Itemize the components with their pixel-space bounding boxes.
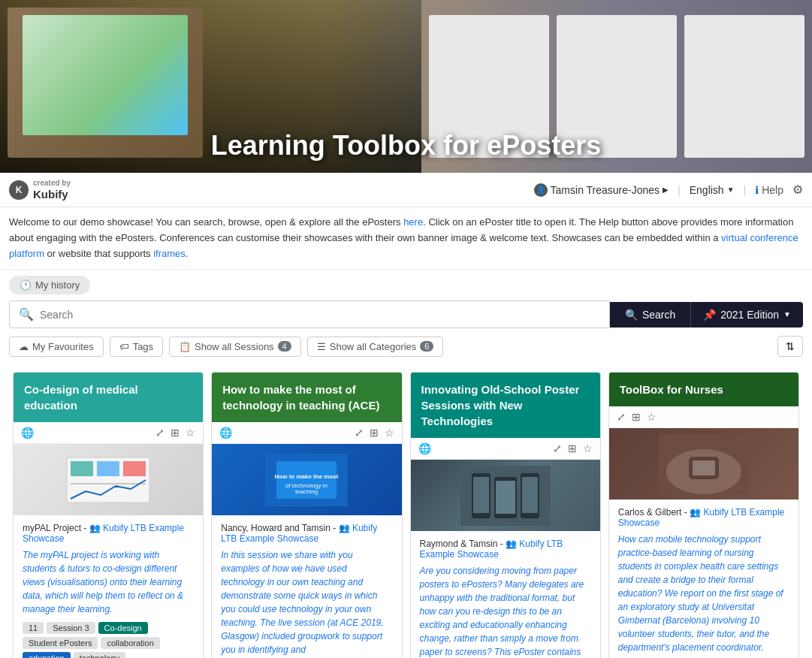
card-4-thumbnail	[609, 428, 798, 500]
logo-text: created by Kubify	[33, 179, 71, 201]
card-4-toolbar: ⤢ ⊞ ☆	[609, 406, 798, 428]
language-label: English	[690, 184, 724, 196]
user-arrow: ▶	[663, 186, 669, 194]
tag-session3[interactable]: Session 3	[47, 622, 95, 634]
search-btn-label: Search	[642, 309, 675, 321]
card-1-thumb-image	[14, 444, 203, 515]
author-name: myPAL Project -	[23, 523, 86, 533]
svg-text:How to make the most: How to make the most	[275, 473, 339, 480]
search-btn-icon: 🔍	[625, 309, 638, 321]
card-4-actions: ⤢ ⊞ ☆	[617, 411, 657, 423]
search-input[interactable]	[40, 309, 600, 321]
card-4-thumb-image	[609, 428, 798, 500]
globe-icon[interactable]: 🌐	[21, 427, 34, 439]
tag-student-eposters[interactable]: Student ePosters	[23, 637, 98, 649]
search-input-wrap: 🔍	[9, 300, 610, 328]
favourites-button[interactable]: ☁ My Favourites	[9, 337, 104, 357]
language-selector[interactable]: English ▼	[690, 184, 735, 196]
categories-label: Show all Categories	[330, 341, 417, 352]
tags-button[interactable]: 🏷 Tags	[110, 337, 163, 357]
help-label: Help	[762, 184, 783, 196]
card-2-header[interactable]: How to make the most of technology in te…	[212, 373, 401, 422]
welcome-text: Welcome to our demo showcase! You can se…	[0, 207, 812, 270]
card-2-actions: ⤢ ⊞ ☆	[355, 427, 394, 439]
tag-collaboration[interactable]: collaboration	[101, 637, 159, 649]
banner: Learning Toolbox for ePosters	[0, 0, 812, 173]
tag-icon: 🏷	[119, 341, 129, 352]
card-2-thumbnail: How to make the most of technology in te…	[212, 444, 401, 515]
svg-rect-20	[693, 460, 715, 475]
pin-icon: 📌	[703, 309, 716, 321]
search-button[interactable]: 🔍 Search	[610, 302, 690, 327]
favourites-label: My Favourites	[32, 341, 94, 352]
logo: K created by Kubify	[9, 179, 71, 201]
star-icon-4[interactable]: ☆	[647, 411, 657, 423]
tag-technology[interactable]: technology	[74, 652, 125, 658]
expand-icon[interactable]: ⤢	[155, 427, 165, 439]
sessions-button[interactable]: 📋 Show all Sessions 4	[169, 337, 301, 357]
expand-icon-4[interactable]: ⤢	[617, 411, 626, 423]
svg-rect-2	[97, 461, 119, 476]
card-4-header[interactable]: ToolBox for Nurses	[609, 373, 798, 406]
expand-icon-2[interactable]: ⤢	[355, 427, 364, 439]
edition-arrow: ▼	[783, 310, 791, 318]
tag-education[interactable]: education	[23, 652, 71, 658]
card-4-description: How can mobile technology support practi…	[618, 533, 789, 654]
divider-1: |	[678, 184, 681, 196]
edition-button[interactable]: 📌 2021 Edition ▼	[690, 302, 803, 327]
card-3-author: Raymond & Tamsin - 👥 Kubify LTB Example …	[420, 539, 591, 560]
grid-icon[interactable]: ⊞	[171, 427, 180, 439]
history-label: My history	[35, 279, 80, 291]
card-3-description: Are you considering moving from paper po…	[420, 564, 591, 658]
card-2-description: In this session we share with you exampl…	[221, 548, 392, 656]
banner-title: Learning Toolbox for ePosters	[0, 130, 812, 161]
user-name: Tamsin Treasure-Jones	[551, 184, 660, 196]
star-icon: ☁	[19, 341, 29, 352]
cards-grid: Co-design of medical education 🌐 ⤢ ⊞ ☆	[0, 364, 812, 658]
virtual-conference-link[interactable]: virtual conference platform	[9, 232, 798, 259]
group-icon: 👥	[89, 523, 101, 533]
my-history-button[interactable]: 🕐 My history	[9, 276, 90, 294]
card-3-header[interactable]: Innovating Old-School Poster Sessions wi…	[411, 373, 600, 438]
grid-icon-2[interactable]: ⊞	[370, 427, 379, 439]
topbar: K created by Kubify 👤 Tamsin Treasure-Jo…	[0, 173, 812, 207]
card-co-design: Co-design of medical education 🌐 ⤢ ⊞ ☆	[13, 372, 204, 658]
kubify-logo-icon: K	[9, 180, 29, 200]
iframes-link[interactable]: iframes	[153, 248, 186, 259]
filter-bar: ☁ My Favourites 🏷 Tags 📋 Show all Sessio…	[0, 336, 812, 364]
history-icon: 🕐	[20, 279, 32, 291]
user-menu[interactable]: 👤 Tamsin Treasure-Jones ▶	[534, 183, 669, 197]
tag-11[interactable]: 11	[23, 622, 44, 634]
history-bar: 🕐 My history	[0, 270, 812, 300]
group-icon-4: 👥	[690, 507, 701, 518]
welcome-content: Welcome to our demo showcase! You can se…	[9, 216, 798, 259]
card-1-header[interactable]: Co-design of medical education	[14, 373, 203, 422]
star-icon-2[interactable]: ☆	[385, 427, 394, 439]
group-icon-2: 👥	[339, 523, 350, 533]
grid-icon-3[interactable]: ⊞	[568, 442, 577, 454]
here-link[interactable]: here	[403, 216, 423, 228]
help-button[interactable]: ℹ Help	[755, 184, 783, 196]
card-2-author: Nancy, Howard and Tamsin - 👥 Kubify LTB …	[221, 523, 392, 544]
search-bar: 🔍 🔍 Search 📌 2021 Edition ▼	[0, 300, 812, 336]
globe-icon-2[interactable]: 🌐	[219, 427, 232, 439]
tags-label: Tags	[133, 341, 153, 352]
grid-icon-4[interactable]: ⊞	[632, 411, 641, 423]
author-name-4: Carlos & Gilbert -	[618, 507, 687, 518]
globe-icon-3[interactable]: 🌐	[418, 442, 431, 454]
author-name-3: Raymond & Tamsin -	[420, 539, 503, 549]
sessions-icon: 📋	[179, 341, 191, 352]
settings-icon[interactable]: ⚙	[792, 183, 803, 197]
star-icon-3[interactable]: ☆	[583, 442, 593, 454]
card-1-author: myPAL Project - 👥 Kubify LTB Example Sho…	[23, 523, 194, 544]
expand-icon-3[interactable]: ⤢	[553, 442, 562, 454]
tag-codesign[interactable]: Co-design	[98, 622, 148, 634]
sort-button[interactable]: ⇅	[777, 336, 803, 357]
card-1-description: The myPAL project is working with studen…	[23, 548, 194, 616]
card-3-actions: ⤢ ⊞ ☆	[553, 442, 593, 454]
card-1-body: myPAL Project - 👥 Kubify LTB Example Sho…	[14, 515, 203, 658]
star-icon[interactable]: ☆	[186, 427, 195, 439]
card-3-title: Innovating Old-School Poster Sessions wi…	[421, 383, 580, 427]
user-icon: 👤	[534, 183, 548, 197]
categories-button[interactable]: ☰ Show all Categories 6	[307, 337, 444, 357]
